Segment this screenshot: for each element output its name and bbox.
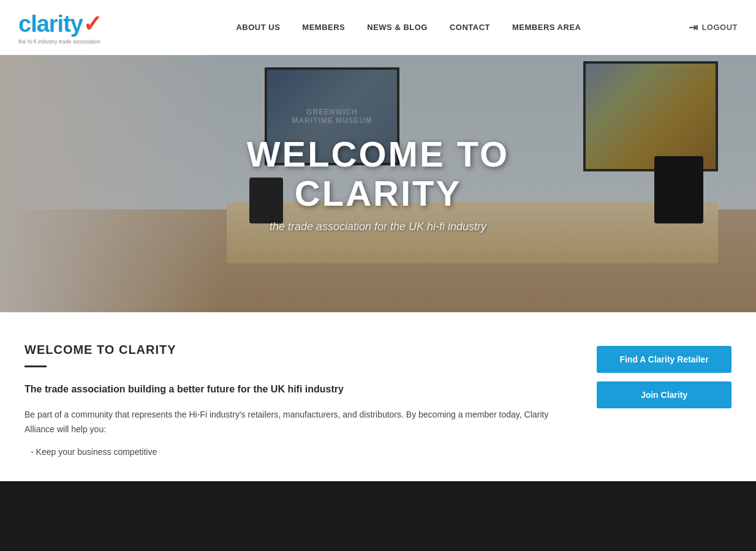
hero-subtitle: the trade association for the UK hi-fi i…: [189, 220, 567, 233]
logout-label: LOGOUT: [701, 23, 738, 32]
logo-checkmark: ✓: [83, 10, 102, 37]
logo-line: clarity✓: [18, 10, 102, 37]
section-intro: The trade association building a better …: [25, 382, 572, 397]
content-section: WELCOME TO CLARITY The trade association…: [0, 312, 756, 481]
section-body: Be part of a community that represents t…: [25, 408, 572, 437]
find-retailer-button[interactable]: Find A Clarity Retailer: [597, 346, 731, 373]
logo-block: clarity✓ the hi-fi industry trade associ…: [18, 10, 102, 45]
nav-contact[interactable]: CONTACT: [439, 23, 501, 32]
main-nav: ABOUT US MEMBERS NEWS & BLOG CONTACT MEM…: [225, 23, 592, 32]
hero-banner: GREENWICHMARITIME MUSEUM WELCOME TO CLAR…: [0, 55, 756, 312]
nav-members-area[interactable]: MEMBERS AREA: [501, 23, 592, 32]
logout-icon: ⇥: [689, 21, 698, 34]
header: clarity✓ the hi-fi industry trade associ…: [0, 0, 756, 55]
logo-text: clarity: [18, 12, 83, 36]
section-title: WELCOME TO CLARITY: [25, 343, 572, 357]
nav-about-us[interactable]: ABOUT US: [225, 23, 291, 32]
content-main: WELCOME TO CLARITY The trade association…: [25, 343, 572, 457]
hero-text: WELCOME TO CLARITY the trade association…: [189, 135, 567, 233]
nav-members[interactable]: MEMBERS: [291, 23, 356, 32]
logo-area[interactable]: clarity✓ the hi-fi industry trade associ…: [18, 10, 129, 45]
page-wrapper: clarity✓ the hi-fi industry trade associ…: [0, 0, 756, 481]
nav-news-blog[interactable]: NEWS & BLOG: [356, 23, 439, 32]
join-clarity-button[interactable]: Join Clarity: [597, 381, 731, 408]
content-sidebar: Find A Clarity Retailer Join Clarity: [597, 343, 731, 457]
hero-title: WELCOME TO CLARITY: [189, 135, 567, 213]
logo-tagline: the hi-fi industry trade association: [18, 39, 102, 45]
section-divider: [25, 365, 47, 367]
section-bullet-1: - Keep your business competitive: [25, 447, 572, 457]
logout-button[interactable]: ⇥ LOGOUT: [689, 21, 738, 34]
